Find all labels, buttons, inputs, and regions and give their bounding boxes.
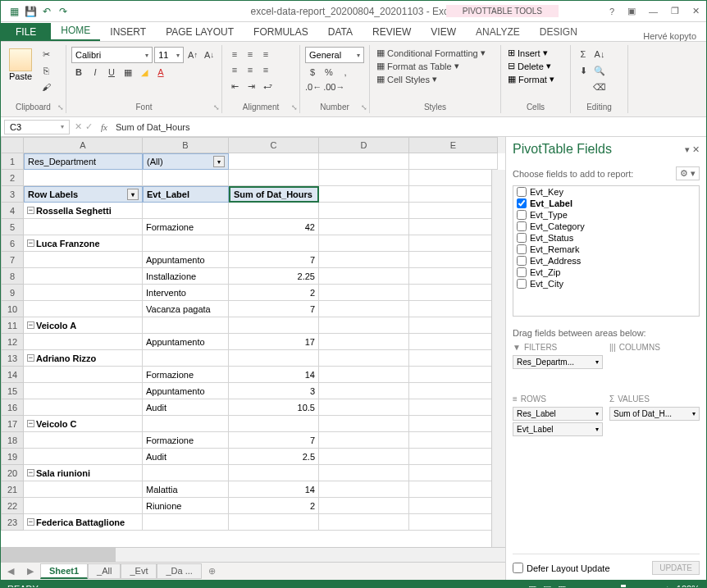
cell[interactable] xyxy=(229,465,319,481)
cell[interactable] xyxy=(409,481,498,498)
delete-cells-button[interactable]: ⊟ Delete ▾ xyxy=(506,60,565,72)
row-header[interactable]: 17 xyxy=(1,416,24,432)
rows-area[interactable]: ≡ROWS Res_Label▾Evt_Label▾ xyxy=(513,394,603,440)
cell[interactable] xyxy=(409,416,498,432)
horizontal-scrollbar[interactable] xyxy=(1,547,505,562)
cell[interactable]: Riunione xyxy=(143,498,229,514)
wrap-merge-icon[interactable]: ⮐ xyxy=(260,79,275,93)
field-checkbox[interactable] xyxy=(517,210,527,220)
row-header[interactable]: 10 xyxy=(1,301,24,317)
sort-filter-icon[interactable]: A↓ xyxy=(592,47,607,62)
cell[interactable] xyxy=(143,203,229,219)
collapse-icon[interactable]: − xyxy=(27,518,34,526)
area-item[interactable]: Evt_Label▾ xyxy=(513,422,603,436)
cell[interactable] xyxy=(409,235,498,252)
align-middle-icon[interactable]: ≡ xyxy=(243,47,258,62)
cell[interactable] xyxy=(143,514,229,531)
align-right-icon[interactable]: ≡ xyxy=(258,62,273,77)
row-header[interactable]: 21 xyxy=(1,481,24,498)
cell[interactable]: Formazione xyxy=(143,367,229,383)
cell[interactable]: 7 xyxy=(229,432,319,449)
cell[interactable]: Formazione xyxy=(143,432,229,449)
area-item[interactable]: Res_Label▾ xyxy=(513,407,603,421)
cell[interactable]: 42 xyxy=(229,219,319,235)
restore-icon[interactable]: ❐ xyxy=(668,4,682,18)
cell[interactable] xyxy=(143,317,229,334)
row-header[interactable]: 19 xyxy=(1,449,24,465)
cell[interactable] xyxy=(319,350,409,367)
cell[interactable] xyxy=(319,285,409,301)
cell[interactable] xyxy=(319,399,409,416)
paste-button[interactable]: Paste xyxy=(6,47,35,94)
cell[interactable] xyxy=(409,399,498,416)
filter-dropdown-icon[interactable]: ▾ xyxy=(213,156,225,167)
cell[interactable] xyxy=(319,383,409,399)
conditional-formatting-button[interactable]: ▦Conditional Formatting ▾ xyxy=(375,47,495,59)
col-header-E[interactable]: E xyxy=(409,137,498,153)
format-cells-button[interactable]: ▦ Format ▾ xyxy=(506,73,565,85)
cell[interactable]: 2 xyxy=(229,498,319,514)
field-checkbox[interactable] xyxy=(517,267,527,277)
row-header[interactable]: 18 xyxy=(1,432,24,449)
font-name-combo[interactable]: Calibri▾ xyxy=(71,47,153,63)
cell[interactable]: 2.25 xyxy=(229,268,319,285)
cell[interactable]: Malattia xyxy=(143,481,229,498)
pivot-field-item[interactable]: Evt_Zip xyxy=(513,267,699,278)
cell[interactable] xyxy=(319,449,409,465)
cell[interactable] xyxy=(24,170,143,186)
cell[interactable] xyxy=(24,285,143,301)
row-header[interactable]: 22 xyxy=(1,498,24,514)
sheet-tab[interactable]: _Da ... xyxy=(157,563,201,579)
cell[interactable] xyxy=(319,252,409,268)
cell[interactable] xyxy=(319,219,409,235)
cell[interactable] xyxy=(229,170,319,186)
comma-icon[interactable]: , xyxy=(338,65,353,80)
row-header[interactable]: 13 xyxy=(1,350,24,367)
cell[interactable] xyxy=(409,285,498,301)
cell[interactable] xyxy=(409,449,498,465)
cell[interactable] xyxy=(319,416,409,432)
update-button[interactable]: UPDATE xyxy=(652,561,700,575)
row-header[interactable]: 23 xyxy=(1,514,24,531)
enter-formula-icon[interactable]: ✓ xyxy=(85,121,93,132)
col-header-C[interactable]: C xyxy=(229,137,319,153)
cancel-formula-icon[interactable]: ✕ xyxy=(75,121,82,132)
cell[interactable] xyxy=(319,153,409,170)
number-format-combo[interactable]: General▾ xyxy=(305,47,364,63)
undo-icon[interactable]: ↶ xyxy=(40,5,53,18)
row-header[interactable]: 16 xyxy=(1,399,24,416)
cell[interactable] xyxy=(319,203,409,219)
cell[interactable]: −Federica Battaglione xyxy=(24,514,143,531)
copy-icon[interactable]: ⎘ xyxy=(39,63,53,78)
cell[interactable]: 7 xyxy=(229,252,319,268)
align-top-icon[interactable]: ≡ xyxy=(227,47,242,62)
pivot-field-item[interactable]: Evt_Label xyxy=(513,198,699,209)
cell[interactable]: Installazione xyxy=(143,268,229,285)
cell[interactable]: 17 xyxy=(229,334,319,350)
cell[interactable] xyxy=(319,432,409,449)
cell[interactable] xyxy=(409,465,498,481)
name-box[interactable]: C3▾ xyxy=(4,120,70,134)
collapse-icon[interactable]: − xyxy=(27,207,34,214)
cell[interactable] xyxy=(319,334,409,350)
collapse-icon[interactable]: − xyxy=(27,321,34,329)
cell[interactable]: −Rossella Seghetti xyxy=(24,203,143,219)
cell[interactable] xyxy=(143,465,229,481)
pivot-field-item[interactable]: Evt_Address xyxy=(513,255,699,267)
cell[interactable]: Appuntamento xyxy=(143,334,229,350)
cell[interactable] xyxy=(409,186,498,203)
field-checkbox[interactable] xyxy=(517,244,527,254)
filter-dropdown-icon[interactable]: ▾ xyxy=(127,189,139,200)
cell[interactable]: 7 xyxy=(229,301,319,317)
cell[interactable] xyxy=(409,350,498,367)
font-size-combo[interactable]: 11▾ xyxy=(154,47,184,63)
cell[interactable] xyxy=(409,268,498,285)
cell[interactable] xyxy=(229,203,319,219)
cell[interactable]: Row Labels▾ xyxy=(24,186,143,203)
cell[interactable] xyxy=(143,350,229,367)
insert-cells-button[interactable]: ⊞ Insert ▾ xyxy=(506,47,565,59)
row-header[interactable]: 8 xyxy=(1,268,24,285)
field-checkbox[interactable] xyxy=(517,221,527,231)
cell[interactable]: (All)▾ xyxy=(143,153,229,170)
row-header[interactable]: 9 xyxy=(1,285,24,301)
